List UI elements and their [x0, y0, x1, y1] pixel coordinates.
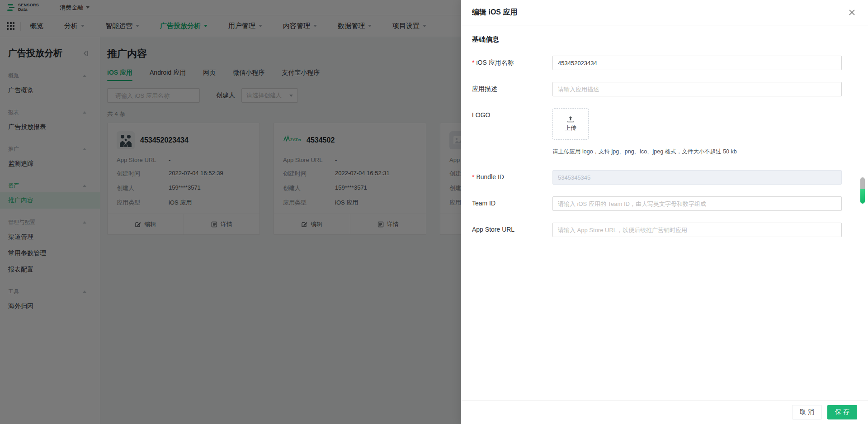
scrollbar-thumb-green	[860, 189, 865, 204]
app-store-url-input[interactable]	[552, 223, 842, 237]
app-desc-label: 应用描述	[472, 82, 552, 96]
app-desc-input[interactable]	[552, 82, 842, 96]
logo-upload-hint: 请上传应用 logo，支持 jpg、png、ico、jpeg 格式，文件大小不超…	[552, 148, 842, 156]
logo-label: LOGO	[472, 108, 552, 156]
app-store-url-label: App Store URL	[472, 223, 552, 237]
logo-upload-button[interactable]: 上传	[552, 108, 589, 140]
team-id-input[interactable]	[552, 196, 842, 211]
upload-icon	[567, 116, 574, 123]
drawer-title: 编辑 iOS 应用	[472, 8, 517, 17]
bundle-id-label: *Bundle ID	[472, 170, 552, 185]
ios-name-input[interactable]	[552, 56, 842, 70]
team-id-label: Team ID	[472, 196, 552, 211]
edit-ios-app-drawer: 编辑 iOS 应用 基础信息 *iOS 应用名称 应用描述	[461, 0, 868, 424]
bundle-id-input	[552, 170, 842, 185]
scrollbar-thumb[interactable]	[860, 177, 865, 204]
close-button[interactable]	[849, 9, 855, 16]
section-title-basic-info: 基础信息	[472, 35, 857, 44]
upload-label: 上传	[565, 124, 576, 132]
cancel-button[interactable]: 取消	[792, 405, 822, 419]
drawer-overlay-mask[interactable]	[0, 0, 461, 424]
required-mark: *	[472, 173, 474, 181]
close-icon	[849, 9, 855, 16]
ios-name-label: *iOS 应用名称	[472, 56, 552, 70]
scrollbar-thumb-gray	[860, 177, 865, 189]
save-button[interactable]: 保存	[827, 405, 857, 419]
required-mark: *	[472, 59, 474, 66]
